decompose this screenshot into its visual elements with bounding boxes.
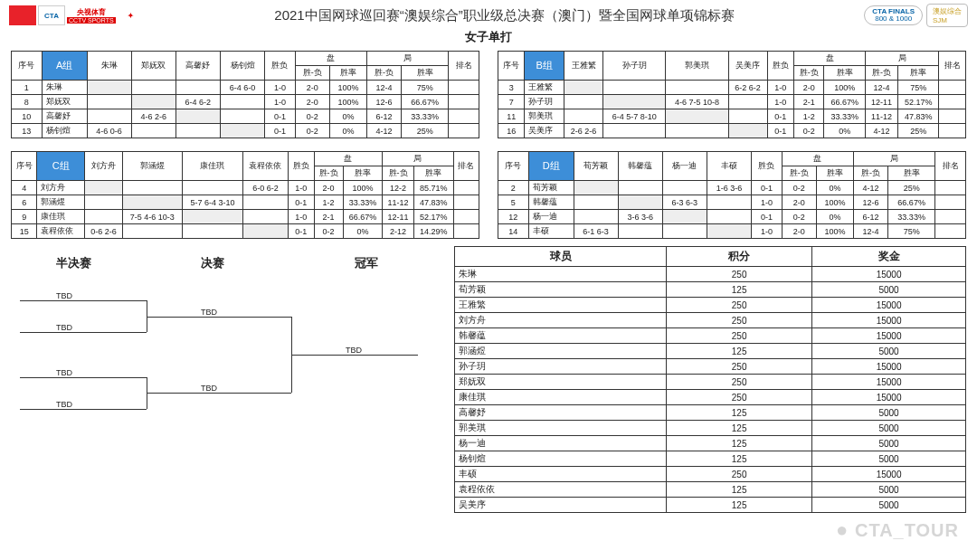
sjm-top: 澳娱综合 [933,7,962,15]
table-row: 杨钊煊1255000 [455,451,966,467]
table-row: 4刘方舟 6-0 6-2 1-02-0100%12-285.71% [12,181,479,195]
table-row: 郭美琪1255000 [455,421,966,436]
bracket-semi-label: 半决赛 [56,255,91,271]
standings-table: 球员积分奖金朱琳25015000荀芳颖1255000王雅繁25015000刘方舟… [454,246,966,513]
table-row: 韩馨蕴25015000 [455,328,966,344]
watermark-text: CTA_TOUR [855,520,959,540]
cctv-top: 央视体育 [77,7,106,17]
table-row: 14丰硕 6-1 6-3 1-02-0100%12-475% [498,224,966,239]
table-row: 2荀芳颖 1-6 3-6 0-10-20%4-1225% [498,181,966,195]
groups-col-right: 序号 B组 王雅繁孙子玥郭美琪吴美序 胜负 盘 局 排名 胜-负胜率胜-负胜率 … [498,51,966,239]
table-row: 7孙子玥 4-6 7-5 10-8 1-02-166.67%12-1152.17… [498,95,966,109]
header: CTA 央视体育 CCTV SPORTS ✦ 2021中国网球巡回赛“澳娱综合”… [0,0,977,29]
table-row: 康佳琪25015000 [455,390,966,405]
cctv-bot: CCTV SPORTS [67,17,116,24]
table-row: 16吴美序 2-6 2-6 0-10-20%4-1225% [498,124,966,138]
table-row: 孙子玥25015000 [455,359,966,375]
group-table: 序号 C组 刘方舟郭涵煜康佳琪袁程依依 胜负 盘 局 排名 胜-负胜率胜-负胜率… [11,151,479,239]
table-row: 10高馨妤 4-6 2-6 0-10-20%6-1233.33% [12,109,479,124]
table-row: 高馨妤1255000 [455,405,966,421]
bracket-slot: TBD [201,384,217,393]
logo-red-icon [9,5,36,25]
table-row: 13杨钊煊 4-6 0-6 0-10-20%4-1225% [12,124,479,138]
finals-badge: CTA FINALS 800 & 1000 [864,5,923,25]
bracket-slot: TBD [56,400,72,409]
finals-bot: 800 & 1000 [875,15,912,23]
sjm-bot: SJM [933,16,947,24]
groups-container: 序号 A组 朱琳郑妩双高馨妤杨钊煊 胜负 盘 局 排名 胜-负胜率胜-负胜率 1… [0,51,977,239]
table-row: 8郑妩双 6-4 6-2 1-02-0100%12-666.67% [12,95,479,109]
table-row: 6郭涵煜 5-7 6-4 3-10 0-11-233.33%11-1247.83… [12,195,479,210]
table-row: 3王雅繁 6-2 6-2 1-02-0100%12-475% [498,81,966,95]
table-row: 刘方舟25015000 [455,313,966,328]
table-row: 15袁程依依 0-6 2-6 0-10-20%2-1214.29% [12,224,479,239]
cta-logo: CTA [38,5,65,25]
table-row: 郑妩双25015000 [455,375,966,390]
bracket-slot: TBD [346,346,362,355]
cctv-logo: 央视体育 CCTV SPORTS [67,7,116,24]
group-table: 序号 D组 荀芳颖韩馨蕴杨一迪丰硕 胜负 盘 局 排名 胜-负胜率胜-负胜率 2… [498,151,966,239]
logos-right: CTA FINALS 800 & 1000 澳娱综合 SJM [864,4,968,27]
table-row: 杨一迪1255000 [455,436,966,451]
watermark: ● CTA_TOUR [836,518,959,542]
bracket-slot: TBD [56,291,72,300]
table-row: 1朱琳 6-4 6-0 1-02-0100%12-475% [12,81,479,95]
table-row: 5韩馨蕴 6-3 6-3 1-02-0100%12-666.67% [498,195,966,210]
group-table: 序号 B组 王雅繁孙子玥郭美琪吴美序 胜负 盘 局 排名 胜-负胜率胜-负胜率 … [498,51,966,138]
table-row: 朱琳25015000 [455,267,966,282]
group-table: 序号 A组 朱琳郑妩双高馨妤杨钊煊 胜负 盘 局 排名 胜-负胜率胜-负胜率 1… [11,51,479,138]
misc-logo-icon: ✦ [118,5,145,25]
bracket-final-label: 决赛 [201,255,224,271]
groups-col-left: 序号 A组 朱琳郑妩双高馨妤杨钊煊 胜负 盘 局 排名 胜-负胜率胜-负胜率 1… [11,51,479,239]
table-row: 12杨一迪 3-6 3-6 0-10-20%6-1233.33% [498,210,966,224]
table-row: 11郭美琪 6-4 5-7 8-10 0-11-233.33%11-1247.8… [498,109,966,124]
table-row: 丰硕25015000 [455,467,966,482]
table-row: 王雅繁25015000 [455,298,966,313]
sjm-badge: 澳娱综合 SJM [926,4,968,27]
bracket-slot: TBD [56,368,72,377]
table-row: 荀芳颖1255000 [455,282,966,298]
subtitle: 女子单打 [0,29,977,45]
bracket-area: 半决赛 决赛 冠军 TBD TBD TBD TBD TBD TBD TBD [11,255,427,463]
table-row: 郭涵煜1255000 [455,344,966,359]
page-title: 2021中国网球巡回赛“澳娱综合”职业级总决赛（澳门）暨全国网球单项锦标赛 [150,7,859,24]
logos-left: CTA 央视体育 CCTV SPORTS ✦ [9,5,145,25]
table-row: 9康佳琪 7-5 4-6 10-3 1-02-166.67%12-1152.17… [12,210,479,224]
bracket-slot: TBD [56,323,72,332]
table-row: 吴美序1255000 [455,498,966,513]
bottom-row: 半决赛 决赛 冠军 TBD TBD TBD TBD TBD TBD TBD 球员… [0,239,977,513]
bracket-champ-label: 冠军 [355,255,378,271]
bracket-slot: TBD [201,308,217,317]
table-row: 袁程依依1255000 [455,482,966,498]
